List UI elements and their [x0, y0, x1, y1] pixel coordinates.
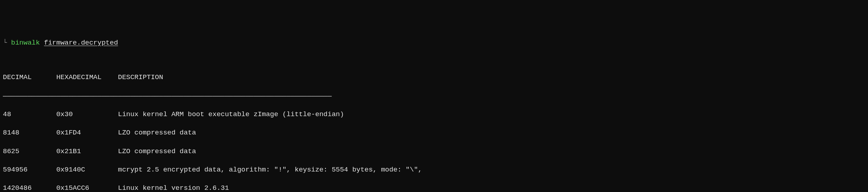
cell-decimal: 48: [3, 110, 56, 119]
command-prompt-line: └ binwalk firmware.decrypted: [3, 38, 865, 48]
cell-decimal: 8148: [3, 128, 56, 138]
prompt-char: └: [3, 39, 7, 47]
separator-line: ————————————————————————————————————————…: [3, 92, 865, 101]
table-row: 81480x1FD4LZO compressed data: [3, 128, 865, 138]
cell-description: LZO compressed data: [118, 147, 196, 155]
cell-hex: 0x1FD4: [56, 128, 118, 138]
cell-hex: 0x9140C: [56, 165, 118, 175]
table-row: 5949560x9140Cmcrypt 2.5 encrypted data, …: [3, 165, 865, 175]
command-argument: firmware.decrypted: [44, 39, 118, 47]
table-row: 480x30Linux kernel ARM boot executable z…: [3, 110, 865, 119]
table-header-row: DECIMALHEXADECIMALDESCRIPTION: [3, 73, 865, 82]
cell-description: mcrypt 2.5 encrypted data, algorithm: "!…: [118, 166, 422, 174]
table-row: 86250x21B1LZO compressed data: [3, 147, 865, 156]
cell-hex: 0x21B1: [56, 147, 118, 156]
cell-description: Linux kernel ARM boot executable zImage …: [118, 110, 344, 118]
cell-decimal: 594956: [3, 165, 56, 175]
cell-description: LZO compressed data: [118, 129, 196, 137]
cell-decimal: 1420486: [3, 184, 56, 192]
header-description: DESCRIPTION: [118, 73, 163, 81]
header-decimal: DECIMAL: [3, 73, 56, 82]
cell-hex: 0x15ACC6: [56, 184, 118, 192]
header-hexadecimal: HEXADECIMAL: [56, 73, 118, 82]
cell-description: Linux kernel version 2.6.31: [118, 184, 229, 192]
table-row: 14204860x15ACC6Linux kernel version 2.6.…: [3, 184, 865, 192]
command-name: binwalk: [11, 39, 40, 47]
cell-decimal: 8625: [3, 147, 56, 156]
cell-hex: 0x30: [56, 110, 118, 119]
